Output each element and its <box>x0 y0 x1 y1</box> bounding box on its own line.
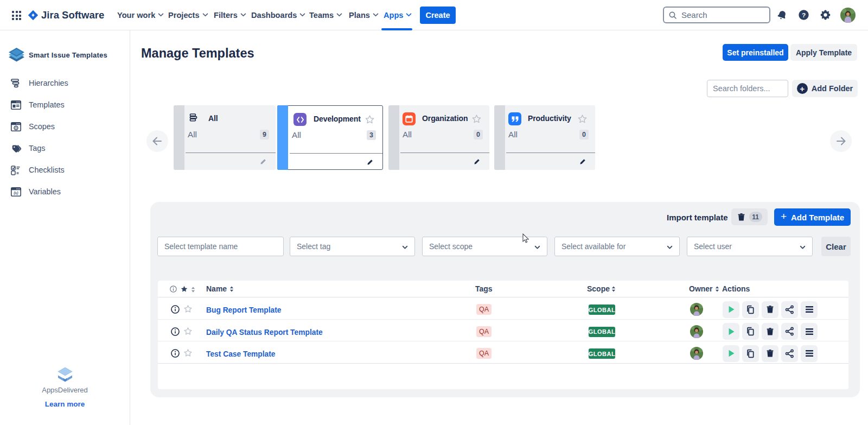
svg-text:(x): (x) <box>14 191 18 195</box>
svg-text:?: ? <box>802 11 806 19</box>
